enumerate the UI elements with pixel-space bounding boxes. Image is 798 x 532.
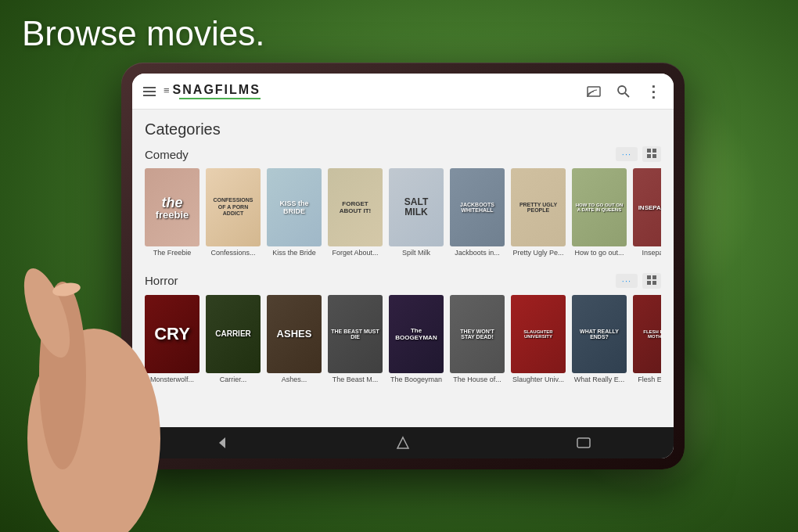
more-icon[interactable]: ⋮	[644, 82, 663, 101]
movie-carrier[interactable]: CARRIER Carrier...	[206, 295, 261, 384]
tablet-device: ≡ SNAGFILMS	[121, 63, 685, 469]
movie-title: Kiss the Bride	[267, 249, 322, 257]
svg-rect-8	[647, 149, 651, 153]
movie-title: The Boogeyman	[389, 376, 444, 384]
movie-title: Confessions...	[206, 249, 261, 257]
movie-title: Slaughter Univ...	[511, 376, 566, 384]
movie-title: How to go out...	[572, 249, 627, 257]
search-icon[interactable]	[614, 82, 633, 101]
movie-title: The House of...	[450, 376, 505, 384]
movie-kiss[interactable]: KISS the BRIDE Kiss the Bride	[267, 168, 322, 257]
svg-rect-15	[652, 281, 656, 285]
svg-rect-9	[652, 149, 656, 153]
nav-icons: ⋮	[584, 82, 663, 101]
app-logo: ≡ SNAGFILMS	[164, 83, 261, 99]
movie-flesh[interactable]: FLESH EATING MOTHERS! Flesh Eating...	[633, 295, 661, 384]
back-button[interactable]	[203, 427, 242, 458]
home-button[interactable]	[383, 427, 422, 458]
recents-button[interactable]	[564, 427, 603, 458]
movie-title: Pretty Ugly Pe...	[511, 249, 566, 257]
movie-title: Flesh Eating...	[633, 376, 661, 384]
movie-ashes[interactable]: ASHES Ashes...	[267, 295, 322, 384]
movie-howto[interactable]: HOW TO GO OUT ON A DATE IN QUEENS How to…	[572, 168, 627, 257]
movie-slaughter[interactable]: SLAUGHTER UNIVERSITY Slaughter Univ...	[511, 295, 566, 384]
comedy-movies-row: the freebie The Freebie CONFESSIONS OF A…	[145, 168, 661, 257]
movie-title: Inseparable	[633, 249, 661, 257]
svg-rect-14	[647, 281, 651, 285]
horror-label: Horror	[145, 274, 616, 287]
cast-icon[interactable]	[584, 82, 603, 101]
comedy-label: Comedy	[145, 148, 616, 161]
svg-point-6	[618, 86, 626, 94]
movie-ugly[interactable]: PRETTY UGLY PEOPLE Pretty Ugly Pe...	[511, 168, 566, 257]
comedy-more-button[interactable]: ···	[616, 147, 638, 161]
svg-marker-16	[219, 437, 225, 448]
movie-title: Ashes...	[267, 376, 322, 384]
movie-spilt[interactable]: SALTMILK Spilt Milk	[389, 168, 444, 257]
categories-title: Categories	[145, 120, 661, 138]
movie-title: Carrier...	[206, 376, 261, 384]
movie-boogeyman[interactable]: The BOOGEYMAN The Boogeyman	[389, 295, 444, 384]
movie-inseparable[interactable]: INSEPARABLE Inseparable	[633, 168, 661, 257]
menu-icon[interactable]	[143, 87, 156, 96]
movie-beast[interactable]: THE BEAST MUST DIE The Beast M...	[328, 295, 383, 384]
svg-rect-12	[647, 275, 651, 279]
page-headline: Browse movies.	[22, 14, 265, 53]
movie-what[interactable]: WHAT REALLY ENDS? What Really E...	[572, 295, 627, 384]
movie-title: Forget About...	[328, 249, 383, 257]
content-area: Categories Comedy ···	[132, 110, 674, 427]
svg-rect-10	[647, 154, 651, 158]
svg-rect-13	[652, 275, 656, 279]
movie-title: The Beast M...	[328, 376, 383, 384]
movie-title: Jackboots in...	[450, 249, 505, 257]
movie-forget[interactable]: FORGET ABOUT IT! Forget About...	[328, 168, 383, 257]
app-name: SNAGFILMS	[173, 83, 261, 97]
svg-rect-18	[577, 438, 590, 448]
svg-point-5	[587, 95, 588, 97]
horror-section: Horror ···	[145, 273, 661, 384]
horror-movies-row: CRY Monsterwolf... CARRIER	[145, 295, 661, 384]
svg-marker-17	[397, 437, 408, 448]
svg-line-7	[625, 93, 629, 97]
svg-rect-11	[652, 154, 656, 158]
comedy-grid-button[interactable]	[642, 146, 661, 162]
movie-jackboots[interactable]: JACKBOOTSWHITEHALL Jackboots in...	[450, 168, 505, 257]
nav-bar: ≡ SNAGFILMS	[132, 74, 674, 110]
tablet-screen: ≡ SNAGFILMS	[132, 74, 674, 458]
horror-more-button[interactable]: ···	[616, 274, 638, 288]
bottom-nav-bar	[132, 427, 674, 458]
comedy-section: Comedy ···	[145, 146, 661, 257]
logo-underline	[179, 98, 261, 99]
movie-title: What Really E...	[572, 376, 627, 384]
movie-confessions[interactable]: CONFESSIONS OF A PORN ADDICT Confessions…	[206, 168, 261, 257]
horror-grid-button[interactable]	[642, 273, 661, 289]
movie-house[interactable]: THEY WON'T STAY DEAD! The House of...	[450, 295, 505, 384]
movie-title: Spilt Milk	[389, 249, 444, 257]
